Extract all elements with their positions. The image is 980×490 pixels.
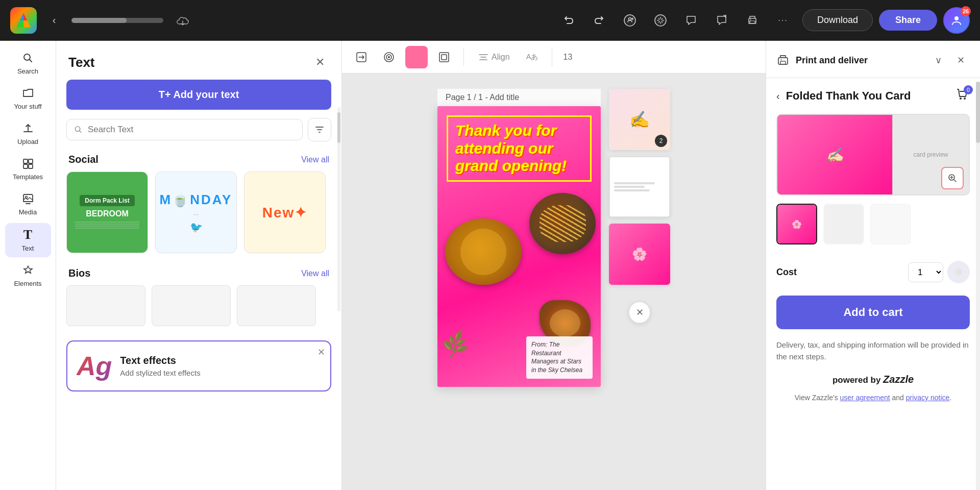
share-comment-button[interactable] [710,9,733,32]
thumbnail-1[interactable]: ✍️ 2 [609,89,670,150]
svg-rect-9 [29,159,33,163]
legal-and: and [890,394,906,402]
avatar[interactable]: 26 [943,7,970,34]
social-card-new[interactable]: New✦ [244,172,326,253]
page-label-bar[interactable]: Page 1 / 1 - Add title [437,89,601,106]
bios-title: Bios [68,267,90,279]
social-view-all[interactable]: View all [301,155,329,164]
collapse-panel-button[interactable]: ∨ [929,51,947,69]
svg-point-18 [388,56,390,58]
magic-button[interactable] [649,9,672,32]
replace-tool-button[interactable] [350,46,373,68]
style-tool-button[interactable] [378,46,400,68]
add-collaborator-button[interactable] [619,9,641,32]
user-agreement-link[interactable]: user agreement [840,394,890,402]
panel-scroll-track [337,107,340,311]
bios-section-header: Bios View all [56,263,341,285]
right-panel-actions: ∨ ✕ [929,51,970,69]
svg-rect-11 [29,164,33,168]
logo-button[interactable] [10,7,37,34]
bios-card-3[interactable] [237,285,316,326]
sidebar-item-elements[interactable]: Elements [5,259,51,292]
zoom-preview-button[interactable] [941,167,964,189]
variant-pink[interactable]: 🌸 [776,204,817,244]
share-button[interactable]: Share [879,10,937,31]
sidebar-item-search-label: Search [17,67,38,75]
undo-button[interactable] [557,9,580,32]
privacy-notice-link[interactable]: privacy notice [906,394,950,402]
thumbnail-3[interactable]: 🌸 [609,224,670,285]
cloud-save-button[interactable] [172,9,194,32]
back-button[interactable]: ‹ [45,11,63,30]
thank-you-box[interactable]: Thank you for attending our grand openin… [447,115,592,182]
canvas-toolbar: Align Aあ 13 [342,41,766,74]
svg-rect-8 [23,159,28,163]
elements-icon [22,264,34,277]
bios-card-2[interactable] [152,285,231,326]
close-right-panel-button[interactable]: ✕ [951,51,970,69]
filter-button[interactable] [308,118,331,141]
variant-light-img [871,205,910,243]
upload-icon [22,122,34,135]
product-variants: 🌸 [766,195,980,253]
quantity-toggle-button[interactable] [947,261,970,283]
sidebar-item-search[interactable]: Search [5,47,51,80]
text-effects-subtitle: Add stylized text effects [120,369,321,377]
bios-view-all[interactable]: View all [301,269,329,278]
add-to-cart-button[interactable]: Add to cart [776,296,970,329]
sidebar-item-media[interactable]: Media [5,188,51,221]
progress-bar-fill [71,18,127,23]
social-card-monday[interactable]: M🍵NDAY ··· 🐦 [155,172,237,253]
sidebar-item-text[interactable]: T Text [5,223,51,257]
preview-image: ✍🏻 card preview [777,115,969,194]
product-back-button[interactable]: ‹ [776,90,780,102]
comment-button[interactable] [680,9,702,32]
more-options-button[interactable]: ··· [772,9,794,32]
align-button[interactable]: Align [472,49,516,65]
canvas-design-area: Page 1 / 1 - Add title Thank you for att… [437,89,601,387]
panel-close-button[interactable]: ✕ [311,53,329,71]
search-text-icon [74,125,83,134]
sidebar-item-upload-label: Upload [17,138,38,145]
panel-scroll-thumb[interactable] [337,112,340,143]
right-scroll-thumb[interactable] [976,82,980,143]
translate-button[interactable]: Aあ [521,46,544,68]
variant-light-1[interactable] [870,204,911,244]
design-content: Thank you for attending our grand openin… [437,106,601,387]
variant-pink-img: 🌸 [777,205,816,243]
text-effects-close-button[interactable]: ✕ [317,347,325,358]
print-deliver-row: Print and deliver [776,54,868,67]
text-icon: T [23,228,32,241]
social-card-dorm[interactable]: Dorm Pack List BEDROOM [66,172,148,253]
redo-button[interactable] [588,9,610,32]
sidebar-item-upload[interactable]: Upload [5,117,51,151]
canvas-main: Page 1 / 1 - Add title Thank you for att… [342,74,766,490]
frame-tool-button[interactable] [433,46,455,68]
thumbnail-2[interactable] [609,156,670,217]
quantity-select[interactable]: 1 2 5 10 [908,262,943,282]
social-title: Social [68,154,99,165]
sidebar-item-your-stuff[interactable]: Your stuff [5,82,51,115]
cart-button[interactable]: 0 [955,87,970,105]
print-button[interactable] [741,9,764,32]
product-preview[interactable]: ✍🏻 card preview [776,114,970,195]
close-thumbnails-button[interactable]: ✕ [628,301,651,324]
text-effects-banner[interactable]: Ag Text effects Add stylized text effect… [66,340,331,391]
canva-logo [16,13,31,28]
add-text-button[interactable]: T+ Add your text [66,80,331,110]
print-deliver-icon [776,54,790,67]
bios-card-1[interactable] [66,285,145,326]
svg-point-25 [964,97,966,100]
color-tool-button[interactable] [405,46,428,68]
toolbar-divider-2 [552,48,552,66]
svg-rect-22 [780,61,786,64]
download-button[interactable]: Download [802,9,873,31]
sidebar-item-templates[interactable]: Templates [5,153,51,186]
social-grid: Dorm Pack List BEDROOM M🍵NDAY ··· 🐦 New✦ [56,172,341,263]
search-text-input[interactable] [88,125,295,135]
quantity-wrapper: 1 2 5 10 [908,261,970,283]
design-canvas[interactable]: Thank you for attending our grand openin… [437,106,601,387]
search-text-wrapper [66,119,303,140]
variant-white-1[interactable] [823,204,864,244]
svg-point-24 [960,97,962,100]
